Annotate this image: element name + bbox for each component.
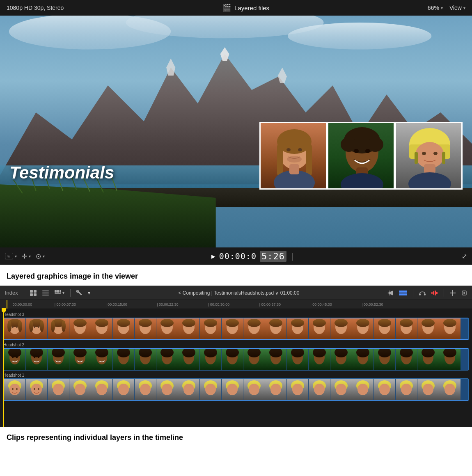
svg-rect-68 bbox=[433, 291, 434, 295]
tl-headphone-btn[interactable] bbox=[417, 289, 427, 297]
project-title-area: 🎬 Layered files bbox=[222, 3, 269, 12]
svg-rect-63 bbox=[399, 292, 407, 293]
svg-point-232 bbox=[53, 384, 64, 395]
svg-point-1 bbox=[9, 16, 171, 50]
svg-point-235 bbox=[75, 384, 85, 395]
toolbar-sep-1 bbox=[24, 289, 24, 297]
tool-dropdown-btn[interactable]: ▾ bbox=[86, 289, 92, 297]
tl-audio-btn[interactable] bbox=[430, 290, 440, 296]
svg-point-136 bbox=[356, 319, 369, 327]
svg-point-148 bbox=[443, 319, 456, 327]
svg-rect-61 bbox=[390, 291, 390, 295]
view-dropdown[interactable]: View ▾ bbox=[449, 5, 465, 11]
svg-point-228 bbox=[34, 388, 35, 390]
svg-point-280 bbox=[401, 384, 412, 395]
zoom-value: 66% bbox=[428, 5, 439, 11]
svg-marker-6 bbox=[166, 59, 175, 76]
play-button[interactable]: ▶ bbox=[211, 252, 216, 260]
zoom-chevron: ▾ bbox=[441, 6, 443, 10]
tl-plus-btn[interactable] bbox=[448, 289, 457, 297]
viewer-background: Testimonials bbox=[0, 16, 472, 247]
svg-point-100 bbox=[95, 319, 108, 327]
view-label: View bbox=[449, 5, 462, 11]
quality-label: 1080p HD 30p, Stereo bbox=[7, 5, 64, 11]
caption-timeline: Clips representing individual layers in … bbox=[0, 427, 472, 449]
track-clip-headshot2[interactable] bbox=[3, 348, 469, 371]
zoom-dropdown[interactable]: 66% ▾ bbox=[428, 5, 443, 11]
fullscreen-button[interactable]: ⤢ bbox=[462, 252, 467, 260]
view-mode-btn[interactable]: ⊞ ▾ bbox=[5, 253, 17, 259]
svg-marker-10 bbox=[0, 184, 216, 247]
caption-viewer: Layered graphics image in the viewer bbox=[0, 265, 472, 286]
timer-btn[interactable]: ⊙ ▾ bbox=[36, 252, 45, 260]
svg-point-112 bbox=[182, 319, 195, 327]
svg-point-130 bbox=[313, 319, 326, 327]
ruler-mark-2: | 00:00:15:00 bbox=[105, 300, 127, 309]
svg-marker-7 bbox=[278, 67, 287, 83]
track-clip-headshot1[interactable] bbox=[3, 378, 469, 401]
svg-point-118 bbox=[226, 319, 239, 327]
svg-marker-9 bbox=[0, 188, 472, 207]
svg-point-274 bbox=[357, 384, 368, 395]
svg-point-159 bbox=[34, 357, 35, 358]
transform-icon: ✛ bbox=[22, 252, 27, 260]
svg-point-89 bbox=[38, 326, 39, 328]
tl-arrow-left-btn[interactable] bbox=[386, 290, 395, 296]
svg-rect-70 bbox=[436, 292, 438, 294]
ruler-mark-7: | 00:00:52:30 bbox=[362, 300, 383, 307]
svg-point-160 bbox=[38, 357, 39, 358]
tl-settings-btn[interactable] bbox=[460, 289, 469, 297]
svg-point-139 bbox=[378, 319, 391, 327]
tl-multi-track-btn[interactable] bbox=[397, 290, 409, 296]
svg-rect-57 bbox=[60, 290, 61, 293]
svg-point-109 bbox=[160, 319, 174, 327]
svg-point-229 bbox=[38, 388, 39, 390]
svg-rect-23 bbox=[306, 144, 312, 176]
svg-point-224 bbox=[16, 388, 18, 390]
timecode-prefix: 00:00:0 bbox=[219, 251, 257, 261]
svg-point-265 bbox=[292, 384, 303, 395]
timeline-ruler: 00:00:00:00 | 00:00:07:30 | 00:00:15:00 … bbox=[0, 300, 472, 309]
timer-icon: ⊙ bbox=[36, 252, 41, 260]
svg-rect-49 bbox=[34, 290, 37, 293]
transform-btn[interactable]: ✛ ▾ bbox=[22, 252, 31, 260]
ruler-mark-4: | 00:00:30:00 bbox=[208, 300, 229, 307]
svg-rect-72 bbox=[450, 293, 456, 293]
track2-filmstrip bbox=[4, 348, 468, 370]
svg-point-277 bbox=[379, 384, 390, 395]
svg-point-24 bbox=[286, 148, 291, 151]
tl-sep-right-2 bbox=[444, 289, 444, 297]
clip-grid-icon bbox=[30, 290, 37, 296]
svg-point-26 bbox=[287, 156, 302, 162]
svg-rect-28 bbox=[289, 164, 299, 174]
timeline-view-dropdown-btn[interactable]: ▾ bbox=[53, 289, 66, 297]
thumb-strip-track2 bbox=[4, 348, 468, 370]
toolbar-sep-2 bbox=[70, 289, 71, 297]
empty-track-area bbox=[3, 402, 469, 424]
plus-icon bbox=[450, 290, 456, 296]
audio-icon bbox=[431, 291, 438, 295]
ruler-playhead bbox=[7, 300, 7, 309]
timeline-list-btn[interactable] bbox=[41, 289, 50, 297]
track-label-headshot3: Headshot 3 bbox=[0, 311, 472, 318]
track-clip-headshot3[interactable] bbox=[3, 318, 469, 340]
svg-rect-53 bbox=[42, 293, 49, 293]
svg-point-81 bbox=[12, 326, 14, 328]
svg-point-88 bbox=[34, 326, 35, 328]
svg-rect-66 bbox=[424, 293, 426, 295]
timeline-toolbar: Index ▾ bbox=[0, 286, 472, 300]
svg-point-115 bbox=[204, 319, 217, 327]
timeline-tool-btn[interactable] bbox=[75, 289, 84, 297]
tl-sep-right-1 bbox=[413, 289, 413, 297]
timeline-clip-grid-btn[interactable] bbox=[28, 289, 38, 297]
ruler-mark-5: | 00:00:37:30 bbox=[259, 300, 281, 307]
project-name: Layered files bbox=[234, 5, 269, 11]
svg-point-271 bbox=[336, 384, 346, 395]
timeline-breadcrumb: < Compositing | TestimonialsHeadshots.ps… bbox=[178, 290, 299, 296]
settings-icon bbox=[461, 290, 467, 296]
svg-point-253 bbox=[205, 384, 216, 395]
ruler-mark-0: 00:00:00:00 bbox=[13, 300, 32, 309]
headshot-thumb-3 bbox=[395, 122, 463, 190]
testimonials-overlay: Testimonials bbox=[9, 163, 114, 183]
timeline-index-btn[interactable]: Index bbox=[3, 289, 20, 297]
